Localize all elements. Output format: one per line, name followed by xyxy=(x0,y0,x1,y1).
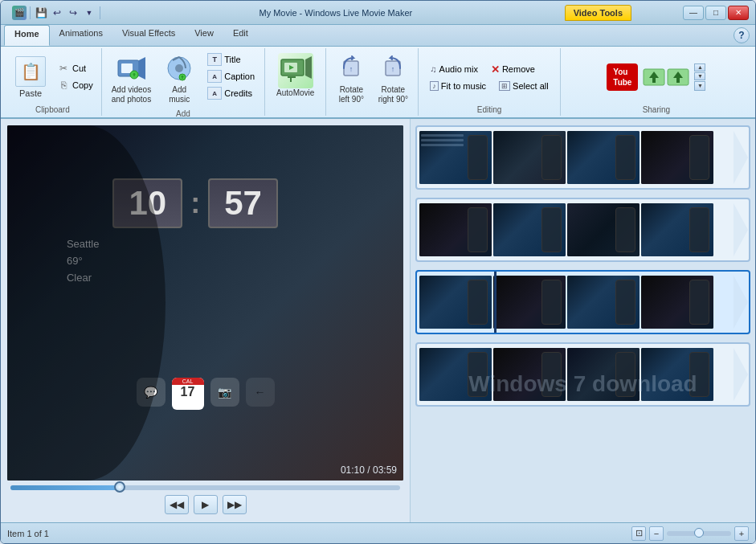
remove-button[interactable]: ✕ Remove xyxy=(488,62,538,77)
remove-icon: ✕ xyxy=(491,63,500,76)
clip-thumb xyxy=(419,348,492,401)
rotate-right-button[interactable]: ↑ Rotateright 90° xyxy=(373,50,413,108)
phone-silhouette xyxy=(468,207,488,252)
rotate-left-icon: ↑ xyxy=(336,53,366,84)
copy-label: Copy xyxy=(72,80,93,90)
clip-thumb xyxy=(641,348,713,401)
seek-bar[interactable] xyxy=(10,485,400,490)
copy-icon: ⎘ xyxy=(57,79,70,92)
clip-frame-4a xyxy=(419,348,492,401)
save-button[interactable]: 💾 xyxy=(34,6,48,20)
clip-frame-1b xyxy=(493,131,566,184)
tab-home[interactable]: Home xyxy=(4,25,50,46)
play-button[interactable]: ▶ xyxy=(194,495,218,514)
help-button[interactable]: ? xyxy=(734,27,750,43)
audio-mix-row: ♫ Audio mix ✕ Remove xyxy=(427,62,538,77)
clip-thumb xyxy=(567,348,640,401)
sharing-group-label: Sharing xyxy=(643,104,670,114)
arrow-shape xyxy=(734,203,748,256)
tab-view[interactable]: View xyxy=(185,25,223,46)
scroll-up-button[interactable]: ▲ xyxy=(694,63,705,72)
cut-button[interactable]: ✂ Cut xyxy=(54,60,96,76)
share-green-up2-icon[interactable] xyxy=(667,68,689,86)
automovie-button[interactable]: AutoMovie xyxy=(270,50,321,101)
scroll-down-button[interactable]: ▼ xyxy=(694,72,705,80)
select-all-icon: ⊞ xyxy=(499,81,510,91)
rotate-group-content: ↑ Rotateleft 90° ↑ R xyxy=(331,50,413,108)
app-icon: 🎬 xyxy=(12,6,27,20)
youtube-button[interactable]: You Tube xyxy=(607,63,638,91)
tab-edit[interactable]: Edit xyxy=(223,25,258,46)
zoom-out-button[interactable]: − xyxy=(649,526,664,541)
clip-frame-2a xyxy=(419,203,492,256)
camera-icon-mock: 📷 xyxy=(210,378,239,407)
audio-mix-icon: ♫ xyxy=(430,64,436,74)
phone-silhouette xyxy=(689,352,709,397)
zoom-slider-thumb[interactable] xyxy=(694,528,704,538)
step-back-button[interactable]: ◀◀ xyxy=(165,495,189,514)
clip-frame-4c xyxy=(567,348,640,401)
tab-visual-effects[interactable]: Visual Effects xyxy=(112,25,185,46)
clip-strip-1[interactable] xyxy=(415,125,750,190)
zoom-in-button[interactable]: + xyxy=(734,526,749,541)
title-button[interactable]: T Title xyxy=(204,51,258,67)
minimize-button[interactable]: — xyxy=(683,6,704,20)
fit-to-music-button[interactable]: ♪ Fit to music xyxy=(427,80,489,92)
scroll-more-button[interactable]: ▼ xyxy=(694,81,705,91)
select-all-button[interactable]: ⊞ Select all xyxy=(496,80,552,92)
rotate-left-button[interactable]: ↑ Rotateleft 90° xyxy=(331,50,371,108)
quick-access-toolbar: 🎬 💾 ↩ ↪ ▼ xyxy=(7,4,107,22)
paste-button[interactable]: 📋 Paste xyxy=(9,50,52,104)
credits-button[interactable]: A Credits xyxy=(204,85,258,101)
caption-label: Caption xyxy=(224,72,255,81)
phone-silhouette xyxy=(541,207,562,252)
clip-arrow-1 xyxy=(733,127,749,188)
add-music-label: Addmusic xyxy=(169,85,190,104)
zoom-fit-button[interactable]: ⊡ xyxy=(631,526,646,541)
seek-progress xyxy=(10,485,120,490)
share-green-up-icon[interactable] xyxy=(643,68,665,86)
dropdown-button[interactable]: ▼ xyxy=(82,6,96,20)
title-bar: 🎬 💾 ↩ ↪ ▼ My Movie - Windows Live Movie … xyxy=(1,1,755,25)
video-container[interactable]: 10 : 57 Seattle69°Clear 💬 C xyxy=(7,125,403,481)
sharing-group-content: You Tube xyxy=(607,50,705,104)
clip-thumb xyxy=(567,276,640,329)
clip-strip-3[interactable] xyxy=(415,270,750,334)
ribbon-content: 📋 Paste ✂ Cut ⎘ Copy Clipboar xyxy=(1,47,755,117)
zoom-slider[interactable] xyxy=(667,531,731,536)
automovie-group-content: AutoMovie xyxy=(270,50,321,104)
maximize-button[interactable]: □ xyxy=(705,6,726,20)
audio-mix-button[interactable]: ♫ Audio mix xyxy=(427,63,481,76)
share-up-area xyxy=(643,68,689,86)
seek-thumb[interactable] xyxy=(114,481,125,493)
main-content: 10 : 57 Seattle69°Clear 💬 C xyxy=(1,119,755,522)
clip-strip-2[interactable] xyxy=(415,198,750,262)
playback-area: ◀◀ ▶ ▶▶ xyxy=(7,481,403,516)
caption-button[interactable]: A Caption xyxy=(204,68,258,84)
clip-thumb xyxy=(567,203,640,256)
separator xyxy=(100,6,100,19)
step-forward-button[interactable]: ▶▶ xyxy=(223,495,247,514)
storyboard-panel[interactable]: Windows 7 download xyxy=(411,119,755,522)
clip-frame-3d xyxy=(641,276,713,329)
add-group-content: Add videosand photos xyxy=(107,50,259,108)
window-title: My Movie - Windows Live Movie Maker xyxy=(107,8,565,18)
redo-button[interactable]: ↪ xyxy=(66,6,80,20)
thumb-line xyxy=(421,134,464,137)
clip-frame-4d xyxy=(641,348,713,401)
copy-button[interactable]: ⎘ Copy xyxy=(54,77,96,93)
clip-frame-2b xyxy=(493,203,566,256)
add-group: Add videosand photos xyxy=(102,48,265,116)
add-videos-icon xyxy=(116,53,146,84)
close-button[interactable]: ✕ xyxy=(728,6,749,20)
playback-controls: ◀◀ ▶ ▶▶ xyxy=(10,495,400,514)
clip-strip-4[interactable]: Windows 7 download xyxy=(415,342,750,407)
tab-animations[interactable]: Animations xyxy=(50,25,112,46)
credits-label: Credits xyxy=(224,88,252,98)
undo-button[interactable]: ↩ xyxy=(50,6,64,20)
clip-thumb xyxy=(641,276,713,329)
add-videos-button[interactable]: Add videosand photos xyxy=(107,50,157,108)
svg-text:↑: ↑ xyxy=(349,65,353,73)
automovie-icon xyxy=(278,53,313,88)
add-music-button[interactable]: Addmusic xyxy=(159,50,199,108)
